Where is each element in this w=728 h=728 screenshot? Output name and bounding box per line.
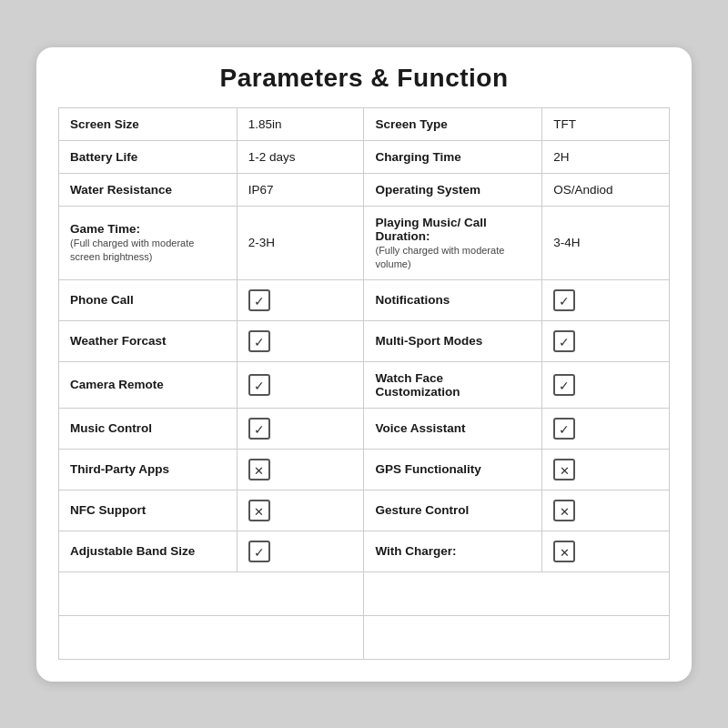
screen-size-label: Screen Size xyxy=(59,107,238,140)
notifications-check-icon xyxy=(553,289,575,311)
voice-assistant-check-icon xyxy=(553,418,575,440)
screen-type-value: TFT xyxy=(542,107,670,140)
phone-call-check-icon xyxy=(248,289,270,311)
notifications-label: Notifications xyxy=(364,279,542,320)
page-title: Parameters & Function xyxy=(58,64,670,93)
gps-functionality-check-icon xyxy=(553,459,575,480)
with-charger-label: With Charger: xyxy=(364,531,542,571)
third-party-apps-check xyxy=(237,449,364,490)
multi-sport-check xyxy=(542,320,670,361)
table-row-empty xyxy=(59,615,670,659)
water-resistance-value: IP67 xyxy=(237,173,364,206)
operating-system-value: OS/Andiod xyxy=(542,173,670,206)
game-time-label: Game Time: (Full charged with moderate s… xyxy=(59,206,238,279)
table-row: Battery Life 1-2 days Charging Time 2H xyxy=(59,140,670,173)
gesture-control-check-icon xyxy=(553,500,575,521)
adjustable-band-check-icon xyxy=(248,541,270,562)
watch-face-check-icon xyxy=(553,374,575,396)
gesture-control-check xyxy=(542,490,670,531)
table-row: Game Time: (Full charged with moderate s… xyxy=(59,206,670,279)
notifications-check xyxy=(542,279,670,320)
water-resistance-label: Water Resistance xyxy=(59,173,238,206)
charging-time-value: 2H xyxy=(542,140,670,173)
music-control-check-icon xyxy=(248,418,270,440)
nfc-support-check xyxy=(237,490,364,531)
gps-functionality-label: GPS Functionality xyxy=(364,449,542,490)
watch-face-check xyxy=(542,361,670,408)
camera-remote-label: Camera Remote xyxy=(59,361,238,408)
camera-remote-check xyxy=(237,361,364,408)
watch-face-label: Watch Face Customization xyxy=(364,361,542,408)
multi-sport-label: Multi-Sport Modes xyxy=(364,320,542,361)
table-row: Camera Remote Watch Face Customization xyxy=(59,361,670,408)
voice-assistant-check xyxy=(542,408,670,449)
adjustable-band-label: Adjustable Band Size xyxy=(59,531,238,571)
table-row: Phone Call Notifications xyxy=(59,279,670,320)
third-party-apps-label: Third-Party Apps xyxy=(59,449,238,490)
nfc-support-label: NFC Support xyxy=(59,490,238,531)
screen-type-label: Screen Type xyxy=(364,107,542,140)
music-call-value: 3-4H xyxy=(542,206,670,279)
table-row: Adjustable Band Size With Charger: xyxy=(59,531,670,571)
game-time-value: 2-3H xyxy=(237,206,364,279)
music-call-label: Playing Music/ Call Duration: (Fully cha… xyxy=(364,206,542,279)
weather-forecast-label: Weather Forcast xyxy=(59,320,238,361)
camera-remote-check-icon xyxy=(248,374,270,396)
main-card: Parameters & Function Screen Size 1.85in… xyxy=(36,47,692,682)
table-row: Screen Size 1.85in Screen Type TFT xyxy=(59,107,670,140)
phone-call-check xyxy=(237,279,364,320)
weather-forecast-check-icon xyxy=(248,330,270,352)
third-party-apps-check-icon xyxy=(248,459,270,480)
with-charger-check xyxy=(542,531,670,571)
gps-functionality-check xyxy=(542,449,670,490)
battery-life-label: Battery Life xyxy=(59,140,238,173)
table-row: Weather Forcast Multi-Sport Modes xyxy=(59,320,670,361)
phone-call-label: Phone Call xyxy=(59,279,238,320)
music-control-check xyxy=(237,408,364,449)
gesture-control-label: Gesture Control xyxy=(364,490,542,531)
charging-time-label: Charging Time xyxy=(364,140,542,173)
table-row: Music Control Voice Assistant xyxy=(59,408,670,449)
music-control-label: Music Control xyxy=(59,408,238,449)
with-charger-check-icon xyxy=(553,541,575,562)
table-row: NFC Support Gesture Control xyxy=(59,490,670,531)
adjustable-band-check xyxy=(237,531,364,571)
table-row: Water Resistance IP67 Operating System O… xyxy=(59,173,670,206)
operating-system-label: Operating System xyxy=(364,173,542,206)
voice-assistant-label: Voice Assistant xyxy=(364,408,542,449)
multi-sport-check-icon xyxy=(553,330,575,352)
params-table: Screen Size 1.85in Screen Type TFT Batte… xyxy=(58,107,670,660)
screen-size-value: 1.85in xyxy=(237,107,364,140)
table-row-empty xyxy=(59,571,670,615)
table-row: Third-Party Apps GPS Functionality xyxy=(59,449,670,490)
weather-forecast-check xyxy=(237,320,364,361)
nfc-support-check-icon xyxy=(248,500,270,521)
battery-life-value: 1-2 days xyxy=(237,140,364,173)
